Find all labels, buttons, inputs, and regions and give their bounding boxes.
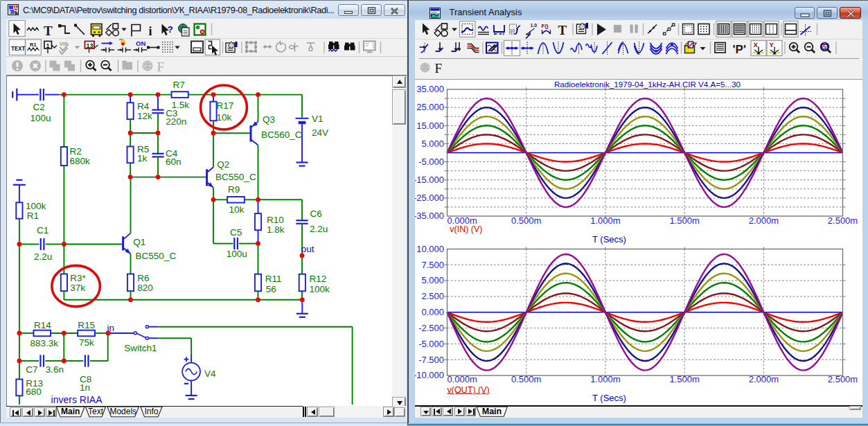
svg-text:V1: V1 — [312, 114, 324, 124]
svg-text:R14: R14 — [34, 320, 51, 330]
svg-text:100k: 100k — [26, 201, 46, 211]
svg-text:C6: C6 — [310, 208, 321, 219]
svg-text:883.3k: 883.3k — [30, 338, 58, 348]
svg-text:Info: Info — [144, 407, 158, 416]
svg-text:C5: C5 — [230, 227, 242, 238]
svg-text:'P': 'P' — [732, 43, 745, 56]
svg-text:R15: R15 — [78, 320, 95, 330]
svg-text:37k: 37k — [70, 283, 85, 293]
svg-text:out: out — [301, 244, 314, 254]
svg-text:-25.000: -25.000 — [415, 193, 444, 203]
svg-text:56: 56 — [265, 284, 276, 294]
svg-text:10: 10 — [510, 28, 515, 33]
svg-text:5.000: 5.000 — [421, 138, 444, 148]
svg-text:T: T — [558, 23, 567, 37]
svg-text:C2: C2 — [33, 102, 44, 112]
svg-text:3.6n: 3.6n — [45, 364, 63, 375]
svg-text:100u: 100u — [226, 249, 247, 259]
svg-text:2.2u: 2.2u — [310, 224, 328, 234]
svg-text:10k: 10k — [229, 204, 244, 215]
svg-text:v(IN) (V): v(IN) (V) — [450, 224, 482, 234]
svg-text:1.5k: 1.5k — [171, 100, 189, 110]
svg-text:680: 680 — [26, 387, 42, 397]
svg-text:Main: Main — [481, 407, 501, 416]
svg-text:1.0: 1.0 — [530, 23, 537, 28]
svg-text:v(OUT) (V): v(OUT) (V) — [447, 384, 489, 394]
svg-text:2.500: 2.500 — [421, 291, 444, 301]
svg-text:F(): F() — [541, 23, 549, 29]
svg-text:BC560_C: BC560_C — [261, 130, 302, 140]
svg-text:V4: V4 — [204, 369, 215, 379]
svg-text:Q1: Q1 — [133, 237, 145, 247]
svg-text:2.500m: 2.500m — [827, 215, 857, 225]
svg-text:-10.000: -10.000 — [415, 370, 444, 380]
svg-text:C1: C1 — [37, 225, 48, 236]
svg-text:-35.000: -35.000 — [415, 211, 444, 221]
svg-text:100k: 100k — [309, 284, 330, 294]
svg-text:invers RIAA: invers RIAA — [51, 394, 103, 405]
svg-text:R3*: R3* — [70, 273, 86, 283]
svg-text:TEXT: TEXT — [11, 46, 25, 53]
svg-text:1.500m: 1.500m — [669, 215, 699, 225]
svg-text:Text: Text — [87, 407, 103, 416]
svg-text:680k: 680k — [69, 156, 90, 166]
svg-text:ON: ON — [136, 39, 145, 47]
svg-text:0.500m: 0.500m — [511, 215, 541, 225]
svg-text:-7.500: -7.500 — [418, 354, 444, 364]
svg-text:10.000: 10.000 — [416, 243, 444, 254]
svg-text:2.000m: 2.000m — [748, 374, 778, 384]
svg-text:220n: 220n — [166, 116, 186, 127]
svg-text:12k: 12k — [137, 111, 152, 121]
svg-text:-15.000: -15.000 — [415, 175, 444, 185]
svg-text:X: X — [753, 41, 758, 48]
svg-text:F: F — [434, 61, 442, 76]
svg-text:100u: 100u — [30, 113, 51, 123]
svg-text:2.2u: 2.2u — [34, 251, 52, 262]
svg-text:10k: 10k — [216, 112, 231, 123]
svg-text:0.000: 0.000 — [421, 307, 444, 317]
svg-text:820: 820 — [137, 283, 153, 293]
svg-text:Y: Y — [769, 41, 774, 48]
svg-text:Models: Models — [109, 407, 136, 416]
svg-text:C7: C7 — [26, 364, 37, 375]
svg-text:BC550_C: BC550_C — [215, 172, 256, 182]
svg-text:F: F — [157, 60, 164, 74]
svg-text:R10: R10 — [267, 215, 284, 225]
svg-text:BC550_C: BC550_C — [135, 251, 176, 261]
svg-text:2.000m: 2.000m — [748, 215, 778, 225]
svg-text:0.500m: 0.500m — [511, 374, 541, 384]
svg-text:R11: R11 — [265, 274, 281, 284]
svg-text:75k: 75k — [79, 337, 94, 348]
svg-text:15.000: 15.000 — [416, 120, 444, 130]
svg-text:35.000: 35.000 — [416, 84, 444, 94]
svg-text:2.500m: 2.500m — [827, 374, 857, 384]
svg-text:T: T — [44, 24, 53, 38]
svg-text:R12: R12 — [309, 274, 326, 284]
svg-text:1n: 1n — [80, 382, 90, 393]
svg-text:R1: R1 — [30, 42, 37, 48]
svg-text:i: i — [148, 24, 152, 38]
svg-text:Main: Main — [61, 407, 80, 416]
svg-text:1.500m: 1.500m — [669, 374, 699, 384]
svg-text:Radioelektronik_1979-04_1kHz-A: Radioelektronik_1979-04_1kHz-AH.CIR V4.A… — [553, 80, 740, 89]
svg-text:1.000m: 1.000m — [590, 374, 620, 384]
svg-text:60n: 60n — [166, 157, 181, 167]
svg-text:?: ? — [167, 24, 172, 35]
svg-text:-2.500: -2.500 — [418, 322, 444, 332]
svg-text:Switch1: Switch1 — [124, 343, 157, 353]
svg-text:-5.000: -5.000 — [418, 338, 444, 348]
svg-text:-5.000: -5.000 — [418, 156, 444, 166]
svg-text:T (Secs): T (Secs) — [592, 234, 626, 245]
svg-text:0.000m: 0.000m — [447, 374, 477, 384]
svg-text:5.000: 5.000 — [421, 275, 444, 285]
svg-text:7.500: 7.500 — [421, 259, 444, 269]
svg-text:in: in — [107, 323, 114, 333]
svg-text:24V: 24V — [312, 127, 328, 138]
svg-text:Q2: Q2 — [217, 159, 229, 170]
svg-text:1.000m: 1.000m — [590, 215, 620, 225]
svg-text:1.8k: 1.8k — [267, 224, 285, 235]
svg-text:R17: R17 — [216, 100, 233, 111]
svg-text:R1: R1 — [26, 211, 38, 221]
svg-text:1: 1 — [46, 42, 49, 49]
svg-text:R7: R7 — [172, 80, 184, 90]
